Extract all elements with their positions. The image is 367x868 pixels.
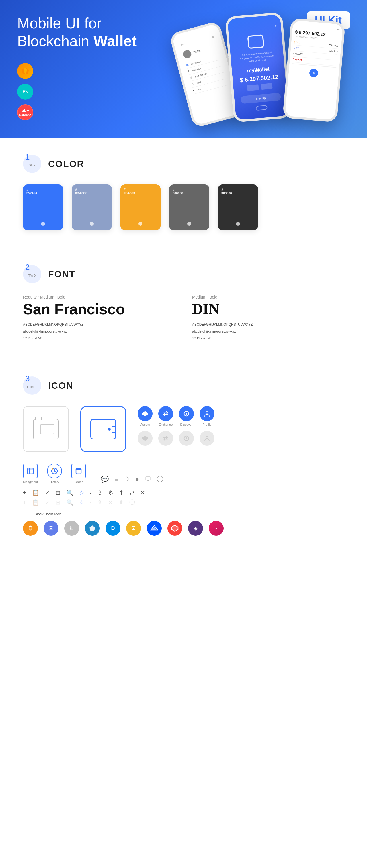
font-block-sf: Regular ' Medium ' Bold San Francisco AB…	[23, 295, 175, 342]
phone-right: + ••• $ 6,297,502.12 Bitcoin address: 1A…	[282, 18, 345, 122]
litecoin-icon: Ł	[64, 521, 79, 536]
mgmt-icon-management: Mangment	[23, 464, 38, 484]
svg-point-9	[206, 436, 208, 439]
search-icon: 🔍	[66, 489, 74, 496]
info-icon: ⓘ	[157, 475, 163, 484]
crypto-icons-row: ₿ Ξ Ł D Z	[23, 521, 344, 536]
bitcoin-icon: ₿	[23, 521, 38, 536]
moon-icon: ☽	[124, 475, 130, 483]
color-section: 1 ONE COLOR #3574FA #8DA0C8 #F5A623 #666…	[0, 137, 367, 248]
icon-item-assets: Assets	[138, 406, 152, 426]
export-icon: ⬆	[119, 489, 124, 496]
icon-item-profile: Profile	[200, 406, 215, 426]
color-section-header: 1 ONE COLOR	[23, 155, 344, 173]
color-title: COLOR	[48, 159, 84, 169]
svg-rect-10	[28, 468, 33, 474]
font-sf-uppercase: ABCDEFGHIJKLMNOPQRSTUVWXYZ	[23, 321, 175, 328]
sketch-badge	[17, 63, 33, 79]
font-din-uppercase: ABCDEFGHIJKLMNOPQRSTUVWXYZ	[192, 321, 344, 328]
font-sf-meta: Regular ' Medium ' Bold	[23, 295, 175, 299]
font-sf-numbers: 1234567890	[23, 335, 175, 342]
blockchain-text: BlockChain Icon	[34, 512, 61, 516]
icon-solid	[80, 406, 126, 452]
phone-center: + Character may be manifested inthe grea…	[225, 12, 291, 123]
qr-icon: ⊞	[56, 489, 60, 496]
waves-icon	[147, 521, 162, 536]
assets-icon-gray	[138, 431, 152, 446]
close-icon: ✕	[140, 489, 145, 496]
bubble-icon: 🗨	[145, 475, 151, 483]
font-title: FONT	[48, 269, 76, 280]
svg-marker-6	[142, 436, 148, 441]
star-icon: ☆	[79, 489, 84, 496]
assets-icon	[138, 406, 152, 421]
list-edit-icon: 📋	[32, 489, 39, 496]
exchange-icon	[158, 406, 173, 421]
stratis-icon	[85, 521, 100, 536]
management-icon	[23, 464, 38, 478]
blockchain-line	[23, 514, 32, 515]
zcash-icon: Z	[126, 521, 141, 536]
history-icon	[47, 464, 62, 478]
color-swatches: #3574FA #8DA0C8 #F5A623 #666666 #303030	[23, 185, 344, 230]
chevron-left-icon: ‹	[90, 490, 92, 496]
hero-title: Mobile UI for Blockchain Wallet	[17, 14, 172, 50]
ps-badge: Ps	[17, 84, 33, 100]
ethereum-icon: Ξ	[44, 521, 58, 536]
section-num-1: 1 ONE	[23, 155, 41, 173]
swatch-gray: #666666	[169, 185, 209, 230]
hero-section: Mobile UI for Blockchain Wallet Ps 60+ S…	[0, 0, 367, 137]
svg-point-8	[186, 437, 187, 439]
discover-icon-gray	[179, 431, 194, 446]
svg-marker-20	[89, 525, 95, 531]
layers-icon: ≡	[114, 475, 118, 483]
gear-icon: ⚙	[108, 489, 113, 496]
dash-icon: D	[106, 521, 120, 536]
font-din-lowercase: abcdefghijklmnopqrstuvwxyz	[192, 328, 344, 335]
screens-badge: 60+ Screens	[17, 104, 33, 120]
section-num-3: 3 THREE	[23, 376, 41, 395]
font-section: 2 TWO FONT Regular ' Medium ' Bold San F…	[0, 248, 367, 359]
blockchain-label: BlockChain Icon	[23, 512, 344, 516]
phones-area: 9:41 ⚙ Profile ▦Mangment ☰Message ☏Redi …	[172, 9, 367, 135]
font-din-name: DIN	[192, 302, 344, 316]
svg-point-4	[186, 413, 187, 414]
section-num-2: 2 TWO	[23, 265, 41, 283]
circle-icon: ●	[135, 475, 139, 483]
swatch-orange: #F5A623	[120, 185, 161, 230]
mgmt-icon-history: History	[47, 464, 62, 484]
mgmt-icon-order: Order	[71, 464, 86, 484]
svg-rect-19	[76, 468, 81, 470]
font-sf-name: San Francisco	[23, 302, 175, 316]
font-section-header: 2 TWO FONT	[23, 265, 344, 283]
order-icon	[71, 464, 86, 478]
icon-item-exchange: Exchange	[158, 406, 173, 426]
svg-marker-2	[142, 411, 148, 416]
font-sf-lowercase: abcdefghijklmnopqrstuvwxyz	[23, 328, 175, 335]
check-icon: ✓	[45, 489, 50, 496]
hero-badges: Ps 60+ Screens	[17, 46, 33, 120]
font-grid: Regular ' Medium ' Bold San Francisco AB…	[23, 295, 344, 342]
plus-icon: +	[23, 490, 26, 496]
swatch-dark: #303030	[218, 185, 258, 230]
font-block-din: Medium ' Bold DIN ABCDEFGHIJKLMNOPQRSTUV…	[192, 295, 344, 342]
svg-point-5	[206, 412, 208, 414]
ark-icon	[167, 521, 182, 536]
icon-item-discover: Discover	[179, 406, 194, 426]
other-crypto-icon: ~	[209, 521, 224, 536]
icon-section-header: 3 THREE ICON	[23, 376, 344, 395]
profile-icon	[200, 406, 215, 421]
swap-icon: ⇄	[130, 489, 135, 496]
share-icon: ⇪	[97, 489, 102, 496]
swatch-blue: #3574FA	[23, 185, 63, 230]
icon-tools-row-1: + 📋 ✓ ⊞ 🔍 ☆ ‹ ⇪ ⚙ ⬆ ⇄ ✕	[23, 489, 344, 496]
icon-wireframe	[23, 406, 69, 452]
discover-icon	[179, 406, 194, 421]
svg-marker-24	[172, 525, 178, 531]
font-din-numbers: 1234567890	[192, 335, 344, 342]
profile-icon-gray	[200, 431, 215, 446]
swatch-gray-blue: #8DA0C8	[72, 185, 112, 230]
exchange-icon-gray	[158, 431, 173, 446]
icon-tools-row-2: + 📋 ✓ ⊞ 🔍 ☆ ‹ ⇪ ✕ ⬆ ⓘ	[23, 498, 344, 506]
chat-icon: 💬	[101, 475, 109, 483]
